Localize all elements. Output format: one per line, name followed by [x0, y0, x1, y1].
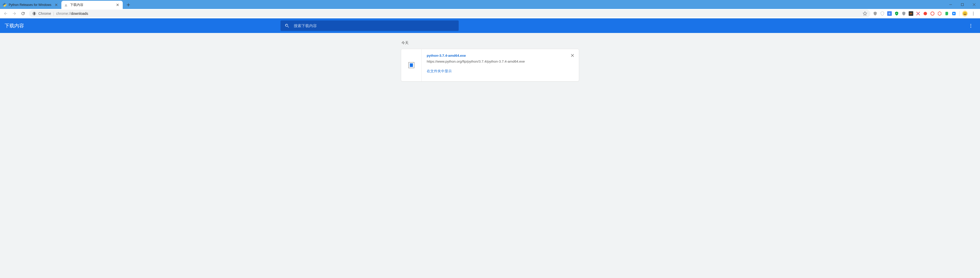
nav-forward-button[interactable]: [10, 10, 18, 17]
blue-square-icon[interactable]: [951, 11, 957, 16]
browser-tab-0[interactable]: Python Releases for Windows: [0, 1, 61, 9]
svg-text:RP: RP: [910, 13, 912, 14]
new-tab-button[interactable]: [125, 1, 132, 8]
section-label-today: 今天: [401, 41, 579, 45]
tab-close-0[interactable]: [54, 3, 58, 7]
bookmark-star-icon[interactable]: [863, 11, 867, 16]
xmind-icon[interactable]: [915, 11, 921, 16]
svg-point-14: [970, 24, 971, 24]
profile-avatar[interactable]: 😀: [962, 11, 968, 16]
rp-icon[interactable]: RP: [908, 11, 914, 16]
browser-name: Chrome: [38, 11, 51, 16]
svg-point-8: [923, 12, 927, 15]
downloads-menu-button[interactable]: [966, 21, 975, 30]
svg-point-9: [931, 12, 934, 15]
address-bar[interactable]: Chrome | chrome://downloads: [29, 10, 870, 17]
downloads-search-box[interactable]: [280, 21, 459, 31]
page-title: 下载内容: [5, 22, 24, 29]
nav-reload-button[interactable]: [19, 10, 27, 17]
svg-point-7: [918, 13, 919, 14]
nav-back-button[interactable]: [2, 10, 10, 17]
shield-outline-icon[interactable]: [880, 11, 885, 16]
svg-text:U: U: [896, 13, 897, 14]
svg-point-12: [973, 13, 974, 14]
window-controls: [945, 0, 980, 9]
shield-dark-icon[interactable]: [901, 11, 907, 16]
downloads-header: 下载内容: [0, 18, 980, 33]
evernote-icon[interactable]: [944, 11, 950, 16]
site-info-icon[interactable]: [32, 11, 36, 16]
svg-point-13: [973, 14, 974, 15]
extensions-row: G U RP 😀: [872, 10, 978, 17]
browser-tab-1[interactable]: 下载内容: [61, 1, 123, 9]
url-text: chrome://downloads: [56, 11, 861, 16]
window-minimize-button[interactable]: [945, 0, 956, 9]
show-in-folder-link[interactable]: 在文件夹中显示: [427, 69, 575, 74]
download-item: python-3.7.4-amd64.exe https://www.pytho…: [401, 49, 579, 81]
remove-download-button[interactable]: [570, 52, 575, 58]
search-icon: [285, 23, 290, 29]
python-icon: [3, 3, 6, 7]
svg-point-15: [970, 25, 971, 26]
svg-point-16: [970, 27, 971, 28]
tab-close-1[interactable]: [116, 3, 120, 7]
tab-title-0: Python Releases for Windows: [9, 3, 52, 6]
svg-rect-0: [961, 3, 964, 6]
browser-toolbar: Chrome | chrome://downloads G U RP 😀: [0, 9, 980, 18]
shield-gray-icon[interactable]: [872, 11, 878, 16]
circle-red2-icon[interactable]: [930, 11, 935, 16]
downloads-page: 下载内容 今天 python-3.7.4-amd64.exe https://w…: [0, 18, 980, 278]
window-maximize-button[interactable]: [956, 0, 968, 9]
download-thumbnail: [401, 49, 422, 81]
downloads-search-input[interactable]: [294, 24, 455, 28]
download-url: https://www.python.org/ftp/python/3.7.4/…: [427, 60, 575, 64]
hex-red-icon[interactable]: [937, 11, 942, 16]
download-icon: [64, 3, 68, 7]
window-titlebar: Python Releases for Windows 下载内容: [0, 0, 980, 9]
gtranslate-icon[interactable]: G: [887, 11, 892, 16]
ublock-icon[interactable]: U: [894, 11, 899, 16]
downloads-body: 今天 python-3.7.4-amd64.exe https://www.py…: [401, 33, 579, 87]
download-filename[interactable]: python-3.7.4-amd64.exe: [427, 54, 575, 57]
svg-point-11: [973, 12, 974, 13]
svg-text:G: G: [889, 13, 890, 15]
circle-red1-icon[interactable]: [923, 11, 928, 16]
browser-menu-button[interactable]: [969, 10, 977, 17]
window-close-button[interactable]: [968, 0, 980, 9]
file-icon: [408, 62, 414, 68]
tab-title-1: 下载内容: [70, 3, 113, 7]
